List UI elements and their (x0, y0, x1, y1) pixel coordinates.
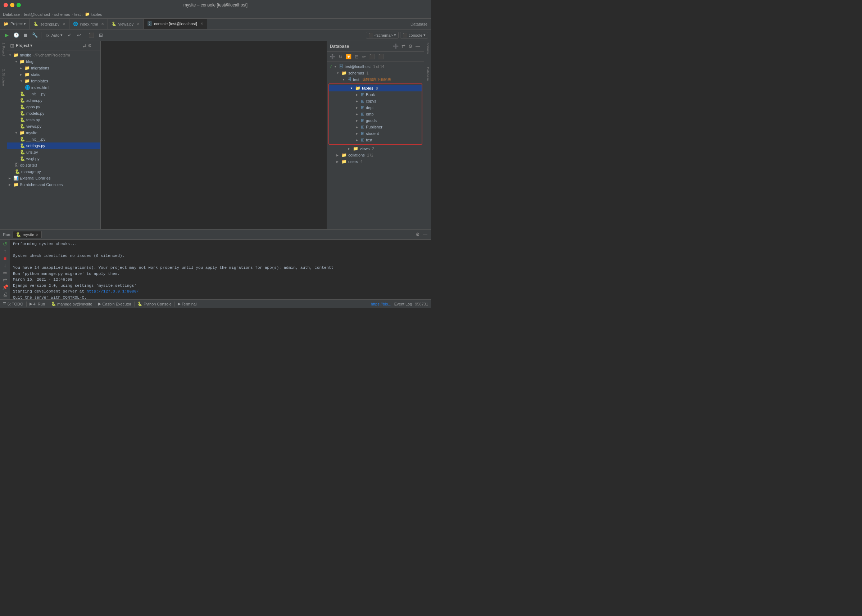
db-item-student[interactable]: ▶ ⊞ student (329, 130, 422, 137)
db-add-icon[interactable]: ➕ (392, 43, 399, 50)
sidebar-item-manage[interactable]: 🐍 manage.py (7, 168, 100, 175)
sidebar-item-admin[interactable]: 🐍 admin.py (7, 97, 100, 104)
sidebar-sync-icon[interactable]: ⇄ (83, 43, 86, 48)
tab-index[interactable]: 🌐 index.html ✕ (69, 19, 108, 29)
run-pin-btn[interactable]: 📌 (2, 284, 9, 290)
status-run[interactable]: ▶ 4: Run (30, 302, 45, 306)
db-item-tables[interactable]: ▼ 📁 tables 8 (329, 85, 422, 91)
sidebar-item-views-blog[interactable]: 🐍 views.py (7, 123, 100, 129)
status-casbin[interactable]: ▶ Casbin Executor (98, 302, 131, 306)
status-python-console[interactable]: 🐍 Python Console (137, 302, 172, 306)
commit-button[interactable]: ✓ (66, 31, 74, 39)
sidebar-expand-icon[interactable]: ⊞ (10, 43, 14, 49)
history-button[interactable]: 🕐 (12, 31, 20, 39)
sciview-tab[interactable]: SciView (426, 42, 430, 54)
status-todo[interactable]: ☰ 6: TODO (3, 302, 24, 306)
db-tool-edit[interactable]: ✏ (361, 53, 367, 60)
breadcrumb-host[interactable]: test@localhost (24, 12, 50, 17)
sidebar-item-scratches[interactable]: ▶ 📁 Scratches and Consoles (7, 181, 100, 188)
sidebar-item-init2[interactable]: 🐍 __init__.py (7, 136, 100, 143)
fullscreen-button[interactable] (17, 3, 21, 7)
tab-index-close[interactable]: ✕ (101, 22, 104, 26)
status-event-log[interactable]: Event Log (394, 302, 412, 306)
sidebar-item-blog[interactable]: ▼ 📁 blog (7, 58, 100, 65)
toolbar-table[interactable]: ⊞ (97, 31, 105, 39)
sidebar-item-mysite[interactable]: ▼ 📁 mysite ~/PycharmProjects/m (7, 52, 100, 58)
sidebar-item-index-html[interactable]: 🌐 index.html (7, 84, 100, 91)
sidebar-item-external-libs[interactable]: ▶ 📊 External Libraries (7, 175, 100, 181)
db-sync-icon[interactable]: ⇄ (401, 43, 406, 50)
status-manage[interactable]: 🐍 manage.py@mysite (51, 302, 92, 306)
db-tool-columns[interactable]: ⊟ (354, 53, 360, 60)
run-server-link[interactable]: http://127.0.0.1:8080/ (87, 289, 139, 294)
toolbar-stop2[interactable]: ⬛ (88, 31, 95, 39)
status-blog-link[interactable]: https://blo... (371, 302, 391, 306)
db-item-test-table[interactable]: ▶ ⊞ test (329, 137, 422, 143)
schema-selector[interactable]: ⬛ <schema> ▾ (366, 31, 399, 39)
sidebar-item-urls[interactable]: 🐍 urls.py (7, 149, 100, 156)
db-item-test-schema[interactable]: ▼ 🗄 test 该数据库下面的表 (327, 76, 424, 83)
sidebar-item-apps[interactable]: 🐍 apps.py (7, 104, 100, 110)
run-scroll-lock-btn[interactable]: ⇔ (2, 270, 9, 276)
tab-settings-close[interactable]: ✕ (63, 22, 66, 26)
db-item-users[interactable]: ▶ 📁 users 4 (327, 158, 424, 165)
sidebar-item-static[interactable]: ▶ 📁 static (7, 71, 100, 78)
run-down-btn[interactable]: ↓ (2, 262, 9, 269)
sidebar-settings-icon[interactable]: ⚙ (88, 43, 92, 48)
console-selector[interactable]: ⬛ console ▾ (400, 31, 428, 39)
db-item-copys[interactable]: ▶ ⊞ copys (329, 98, 422, 104)
database-tab[interactable]: Database (426, 67, 430, 81)
db-settings-icon[interactable]: ⚙ (408, 43, 413, 50)
tab-views[interactable]: 🐍 views.py ✕ (108, 19, 144, 29)
db-item-book[interactable]: ▶ ⊞ Book (329, 91, 422, 98)
tab-console-close[interactable]: ✕ (200, 22, 203, 25)
breadcrumb-tables[interactable]: tables (91, 12, 102, 17)
minimize-button[interactable] (10, 3, 14, 7)
tab-settings[interactable]: 🐍 settings.py ✕ (30, 19, 69, 29)
sidebar-item-tests[interactable]: 🐍 tests.py (7, 116, 100, 123)
run-stop-btn[interactable]: ■ (2, 256, 9, 261)
db-tool-new[interactable]: ➕ (328, 53, 336, 60)
run-up-btn[interactable]: ↑ (2, 248, 9, 254)
db-item-views[interactable]: ▶ 📁 views 2 (327, 145, 424, 152)
db-item-dept[interactable]: ▶ ⊞ dept (329, 104, 422, 111)
db-item-schemas[interactable]: ▼ 📁 schemas 1 (327, 70, 424, 76)
stop-button[interactable]: ⏹ (22, 31, 30, 39)
sidebar-item-db-sqlite[interactable]: 🗄 db.sqlite3 (7, 162, 100, 168)
tab-console[interactable]: 🗄️ console [test@localhost] ✕ (144, 19, 207, 29)
breadcrumb-schemas[interactable]: schemas (54, 12, 70, 17)
sidebar-item-settings[interactable]: 🐍 settings.py (7, 143, 100, 149)
close-button[interactable] (3, 3, 8, 7)
db-tool-more2[interactable]: ⬛ (377, 53, 385, 60)
sidebar-item-models[interactable]: 🐍 models.py (7, 110, 100, 116)
run-wrap-btn[interactable]: ⇄ (2, 277, 9, 283)
run-minimize-icon[interactable]: — (422, 231, 428, 238)
db-item-test-at-localhost[interactable]: ✓ ▼ 🗄 test@localhost 1 of 14 (327, 63, 424, 70)
run-tab-close[interactable]: ✕ (36, 233, 39, 237)
db-item-publisher[interactable]: ▶ ⊞ Publisher (329, 124, 422, 130)
run-tab-mysite[interactable]: 🐍 mysite ✕ (13, 231, 42, 238)
tab-views-close[interactable]: ✕ (137, 22, 140, 26)
breadcrumb-database[interactable]: Database (3, 12, 20, 17)
project-panel-tab[interactable]: 1: Project (2, 42, 5, 56)
sidebar-item-mysite-pkg[interactable]: ▼ 📁 mysite (7, 129, 100, 136)
structure-panel-tab[interactable]: 2: Structure (2, 69, 5, 86)
rollback-button[interactable]: ↩ (75, 31, 83, 39)
status-terminal[interactable]: ▶ Terminal (178, 302, 197, 306)
tab-project[interactable]: 📂 Project ▾ (0, 19, 30, 29)
run-print-btn[interactable]: 🖨 (2, 291, 9, 297)
db-item-goods[interactable]: ▶ ⊞ goods (329, 117, 422, 124)
sidebar-item-wsgi[interactable]: 🐍 wsgi.py (7, 156, 100, 162)
db-tool-refresh[interactable]: ↻ (338, 53, 344, 60)
db-minimize-icon[interactable]: — (415, 43, 421, 50)
sidebar-item-init[interactable]: 🐍 __init__.py (7, 91, 100, 97)
db-item-collations[interactable]: ▶ 📁 collations 272 (327, 152, 424, 158)
run-restart-btn[interactable]: ↺ (2, 241, 9, 247)
db-item-emp[interactable]: ▶ ⊞ emp (329, 111, 422, 117)
sidebar-minimize-icon[interactable]: — (93, 43, 97, 48)
run-settings-icon[interactable]: ⚙ (415, 231, 421, 238)
breadcrumb-test[interactable]: test (74, 12, 81, 17)
sidebar-item-migrations[interactable]: ▶ 📁 migrations (7, 65, 100, 71)
db-tool-more1[interactable]: ⬛ (368, 53, 376, 60)
run-button[interactable]: ▶ (3, 31, 11, 39)
